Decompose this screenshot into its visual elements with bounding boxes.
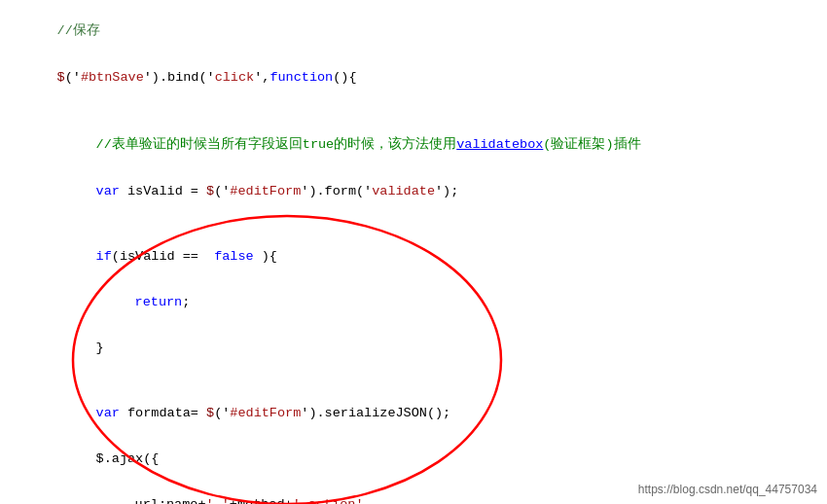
- comment: //保存: [0, 7, 100, 54]
- code-line-10: [0, 371, 827, 390]
- code-line-1: //保存: [0, 6, 827, 54]
- code-line-6: [0, 214, 827, 234]
- code-line-8: return;: [0, 279, 827, 325]
- code-line-9: }: [0, 325, 827, 371]
- code-line-5: var isValid = $('#editForm').form('valid…: [0, 168, 827, 214]
- code-line-11: var formdata= $('#editForm').serializeJS…: [0, 390, 827, 436]
- code-editor: //保存 $('#btnSave').bind('click',function…: [0, 0, 827, 504]
- code-line-12: $.ajax({: [0, 436, 827, 482]
- code-line-4: //表单验证的时候当所有字段返回true的时候，该方法使用validatebox…: [0, 120, 827, 168]
- code-line-3: [0, 100, 827, 120]
- watermark: https://blog.csdn.net/qq_44757034: [638, 483, 817, 496]
- code-line-7: if(isValid == false ){: [0, 234, 827, 279]
- code-line-2: $('#btnSave').bind('click',function(){: [0, 54, 827, 100]
